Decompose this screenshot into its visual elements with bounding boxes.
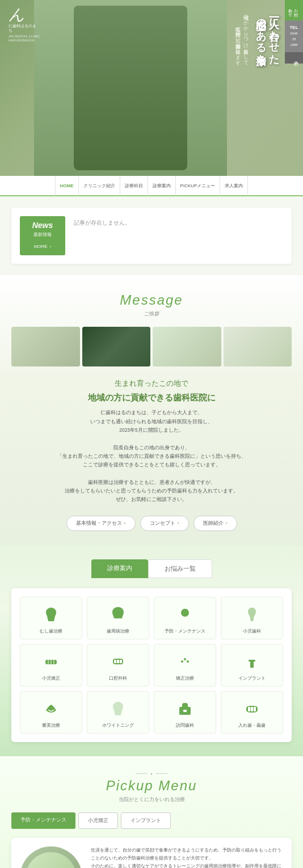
denture-label: 入れ歯・義歯 (238, 722, 266, 728)
treatment-tabs: 診療案内 お悩み一覧 (11, 559, 292, 578)
access-btn[interactable]: 基本情報・アクセス (66, 516, 136, 531)
clinic-photo-4 (224, 327, 292, 366)
treat-oral-surgery[interactable]: 口腔外科 (87, 644, 149, 686)
child-ortho-icon (41, 651, 61, 672)
cavity-label: むし歯治療 (40, 628, 62, 634)
message-buttons: 基本情報・アクセス コンセプト 医師紹介 (11, 516, 292, 531)
reserve-side-btn[interactable]: 予約 (285, 52, 303, 64)
treat-whitening[interactable]: ホワイトニング (87, 691, 149, 734)
visit-icon (175, 698, 195, 719)
child-ortho-label: 小児矯正 (42, 675, 60, 681)
message-title-jp: ご挨拶 (11, 310, 292, 318)
pickup-title-en: Pickup Menu (11, 778, 292, 794)
news-more-btn[interactable]: MORE › (28, 242, 57, 251)
news-sublabel: 最新情報 (28, 231, 57, 238)
pickup-content: 生涯を通じて、自分の歯で笑顔で食事ができるようにするため、予防の取り組みをもっと… (91, 846, 283, 868)
clinic-photos (11, 327, 292, 366)
nav-pickup[interactable]: PICKUPメニュー (176, 175, 221, 196)
periodontal-label: 歯周病治療 (107, 628, 129, 634)
contact-side-btn[interactable]: お問い合わせ (285, 0, 303, 20)
cosmetic-icon (41, 698, 61, 719)
news-content: 記事が存在しません。 (74, 216, 283, 227)
pickup-tabs: 予防・メンテナンス 小児矯正 インプラント (11, 812, 292, 829)
message-section: Message ご挨拶 生まれ育ったこの地で 地域の方に貢献できる歯科医院に 仁… (0, 275, 303, 545)
clinic-photo-2 (82, 327, 151, 366)
treatment-tab-active[interactable]: 診療案内 (91, 559, 148, 578)
hero-sub-text: 地域のかかりつけ歯科として 幅広く専門性の高い歯科治療を提供します (234, 11, 250, 62)
nav-home[interactable]: HOME (55, 175, 79, 196)
treat-pediatric[interactable]: 小児歯科 (221, 597, 283, 639)
pickup-tab-implant[interactable]: インプラント (121, 812, 171, 829)
svg-point-11 (187, 660, 189, 663)
hero-text-block: 地域のかかりつけ歯科として 幅広く専門性の高い歯科治療を提供します 一人一人に合… (234, 11, 280, 62)
concept-btn[interactable]: コンセプト (140, 516, 189, 531)
cavity-icon (41, 604, 61, 625)
treat-ortho[interactable]: 矯正治療 (154, 644, 216, 686)
nav-recruit[interactable]: 求人案内 (220, 175, 248, 196)
whitening-icon (108, 698, 128, 719)
pickup-title-jp: 当院がとくに力をいれる治療 (11, 796, 292, 803)
visit-label: 訪問歯科 (176, 722, 194, 728)
implant-label: インプラント (238, 675, 266, 681)
treat-cavity[interactable]: むし歯治療 (20, 597, 82, 639)
news-box: News 最新情報 MORE › 記事が存在しません。 (11, 208, 292, 264)
news-section: News 最新情報 MORE › 記事が存在しません。 (0, 196, 303, 275)
nav-guide[interactable]: 診療案内 (148, 175, 176, 196)
svg-point-9 (181, 660, 183, 663)
treat-cosmetic[interactable]: 審美治療 (20, 691, 82, 734)
logo-name: 仁歯科はるのまち (9, 24, 40, 33)
cosmetic-label: 審美治療 (42, 722, 60, 728)
svg-rect-8 (120, 660, 122, 663)
svg-rect-12 (250, 661, 254, 668)
prevention-icon (175, 604, 195, 625)
clinic-photo-1 (11, 327, 80, 366)
news-empty-text: 記事が存在しません。 (74, 216, 283, 227)
message-body: 仁歯科はるのまちは、子どもから大人まで、 いつまでも通い続けられる地域の歯科医院… (11, 408, 292, 504)
pickup-card: 生涯を通じて、自分の歯で笑顔で食事ができるようにするため、予防の取り組みをもっと… (11, 838, 292, 868)
logo-mark: ん 仁歯科はるのまち JIN DENTAL CLINIC HARUNOMACHI (9, 7, 40, 32)
treat-periodontal[interactable]: 歯周病治療 (87, 597, 149, 639)
hero-main-title: 一人一人に合わせた安心感のある治療を (254, 11, 280, 59)
nav-clinic[interactable]: クリニック紹介 (79, 175, 120, 196)
treatment-grid: むし歯治療 歯周病治療 予防・メンテナンス 小児歯科 (20, 597, 283, 734)
ortho-icon (175, 651, 195, 672)
nav-treatment[interactable]: 診療科目 (120, 175, 148, 196)
treat-implant[interactable]: インプラント (221, 644, 283, 686)
treatment-tab-inactive[interactable]: お悩み一覧 (148, 559, 212, 578)
message-heading: 生まれ育ったこの地で 地域の方に貢献できる歯科医院に (11, 377, 292, 405)
logo-tagline: JIN DENTAL CLINIC HARUNOMACHI (9, 35, 40, 43)
periodontal-icon (108, 604, 128, 625)
whitening-label: ホワイトニング (102, 722, 134, 728)
svg-point-0 (181, 609, 189, 617)
svg-rect-6 (114, 660, 116, 663)
treatment-grid-container: むし歯治療 歯周病治療 予防・メンテナンス 小児歯科 (11, 588, 292, 742)
side-buttons: お問い合わせ TEL0948281888 予約 (285, 0, 303, 64)
prevention-label: 予防・メンテナンス (165, 628, 205, 634)
hero-doctor-image (34, 0, 227, 176)
message-title-en: Message (11, 292, 292, 308)
svg-rect-18 (254, 707, 256, 711)
treat-denture[interactable]: 入れ歯・義歯 (221, 691, 283, 734)
news-label-block: News 最新情報 MORE › (20, 216, 65, 255)
pediatric-label: 小児歯科 (243, 628, 261, 634)
pickup-image (20, 846, 82, 868)
treat-child-ortho[interactable]: 小児矯正 (20, 644, 82, 686)
svg-rect-15 (183, 710, 187, 712)
news-title: News (28, 221, 57, 230)
oral-surgery-icon (108, 651, 128, 672)
denture-icon (242, 698, 262, 719)
tel-side-btn[interactable]: TEL0948281888 (285, 20, 303, 52)
pickup-tab-prevention[interactable]: 予防・メンテナンス (11, 812, 75, 829)
svg-rect-13 (249, 660, 255, 661)
ortho-label: 矯正治療 (176, 675, 194, 681)
logo-area[interactable]: ん 仁歯科はるのまち JIN DENTAL CLINIC HARUNOMACHI (9, 7, 40, 32)
doctor-btn[interactable]: 医師紹介 (193, 516, 237, 531)
hero-section: ん 仁歯科はるのまち JIN DENTAL CLINIC HARUNOMACHI… (0, 0, 303, 176)
logo-icon: ん (9, 7, 25, 23)
treat-prevention[interactable]: 予防・メンテナンス (154, 597, 216, 639)
svg-rect-7 (117, 660, 119, 663)
pickup-tab-child-ortho[interactable]: 小児矯正 (78, 812, 118, 829)
clinic-photo-3 (153, 327, 221, 366)
treat-visit[interactable]: 訪問歯科 (154, 691, 216, 734)
svg-point-10 (184, 658, 186, 660)
